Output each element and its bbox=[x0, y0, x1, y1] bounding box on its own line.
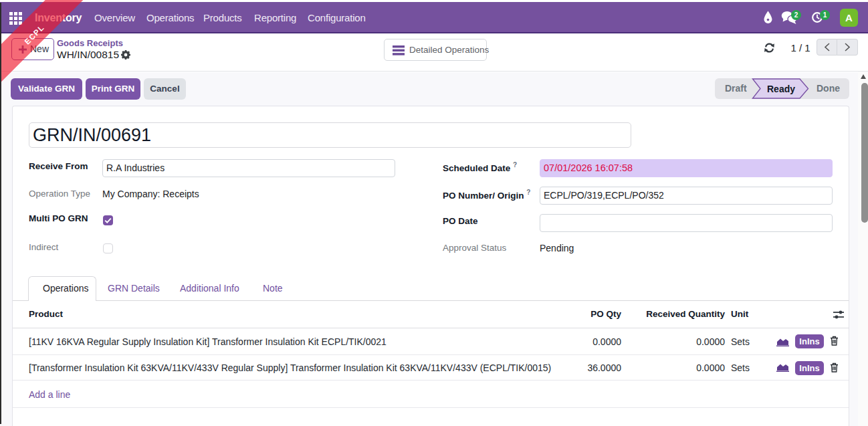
svg-text:Ready: Ready bbox=[767, 84, 795, 94]
